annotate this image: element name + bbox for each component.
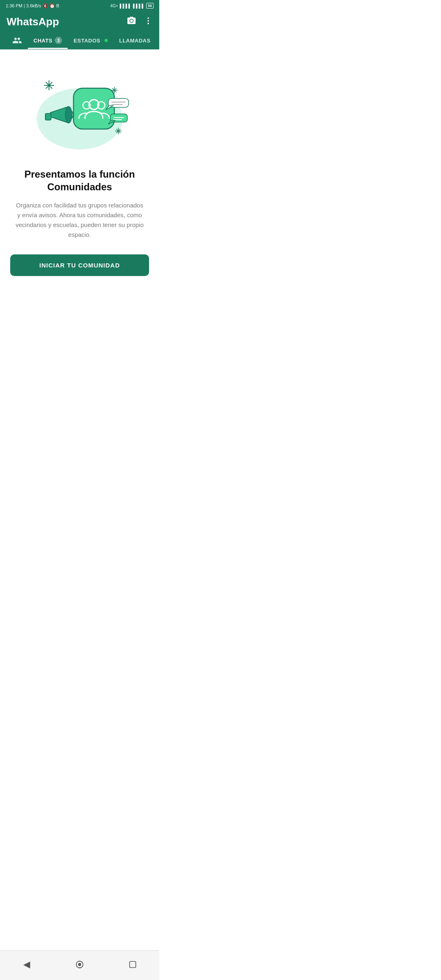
svg-point-1 <box>147 17 149 19</box>
signal-4g-icon: 4G+ <box>110 4 118 8</box>
navigation-tabs: CHATS 3 ESTADOS LLAMADAS <box>7 31 153 49</box>
communities-headline: Presentamos la función Comunidades <box>14 168 145 193</box>
camera-icon[interactable] <box>127 16 136 28</box>
battery-indicator: 56 <box>146 3 154 9</box>
svg-rect-18 <box>45 114 51 120</box>
more-options-icon[interactable] <box>144 16 153 28</box>
tab-llamadas[interactable]: LLAMADAS <box>114 33 156 49</box>
signal-bars2-icon: ▌▌▌▌ <box>133 4 145 8</box>
svg-point-3 <box>147 22 149 24</box>
tab-estados[interactable]: ESTADOS <box>68 33 113 49</box>
app-title: WhatsApp <box>7 16 59 28</box>
chats-badge: 3 <box>55 37 62 44</box>
tab-chats[interactable]: CHATS 3 <box>28 32 68 49</box>
app-header: WhatsApp <box>0 11 159 49</box>
signal-bars-icon: ▌▌▌▌ <box>120 4 131 8</box>
status-time-network: 1:36 PM | 3.6kB/s 🔇 ⏰ B <box>6 3 59 9</box>
communities-illustration <box>27 66 133 156</box>
svg-point-2 <box>147 20 149 22</box>
status-right-icons: 4G+ ▌▌▌▌ ▌▌▌▌ 56 <box>110 3 154 9</box>
tab-communities[interactable] <box>7 31 28 49</box>
estados-dot <box>105 39 108 42</box>
svg-point-0 <box>130 19 133 22</box>
communities-description: Organiza con facilidad tus grupos relaci… <box>14 200 145 240</box>
status-bar: 1:36 PM | 3.6kB/s 🔇 ⏰ B 4G+ ▌▌▌▌ ▌▌▌▌ 56 <box>0 0 159 11</box>
svg-point-19 <box>65 107 72 123</box>
start-community-button[interactable]: INICIAR TU COMUNIDAD <box>10 254 149 276</box>
main-content: Presentamos la función Comunidades Organ… <box>0 49 159 288</box>
